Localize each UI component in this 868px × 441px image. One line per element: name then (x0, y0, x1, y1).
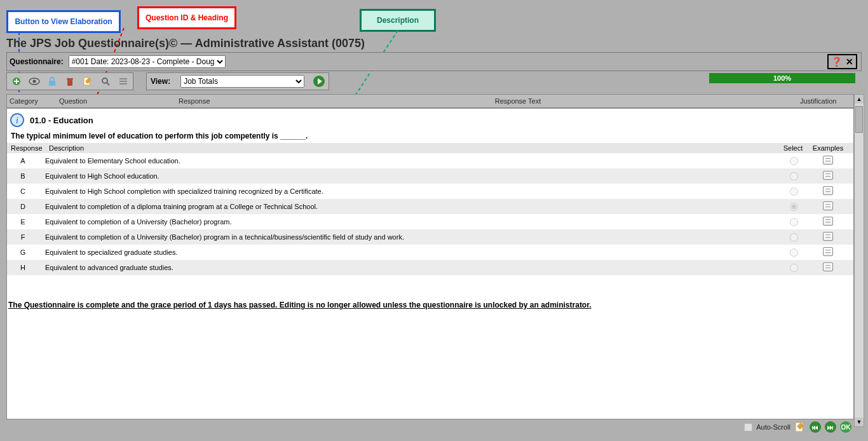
col-question: Question (57, 97, 176, 105)
response-row: FEquivalent to completion of a Universit… (7, 229, 853, 245)
close-icon[interactable]: ✕ (846, 57, 853, 67)
response-row: BEquivalent to High School education. (7, 168, 853, 184)
question-id-heading: 01.0 - Education (26, 114, 97, 126)
resp-hdr-select: Select (777, 144, 809, 152)
questionnaire-select[interactable]: #001 Date: 2023-08-23 - Complete - Doug (69, 55, 226, 68)
response-code: A (7, 157, 39, 165)
svg-line-11 (107, 83, 109, 85)
apply-view-button[interactable] (313, 76, 325, 87)
response-code: G (7, 248, 39, 256)
examples-icon[interactable] (823, 247, 833, 256)
callout-desc: Description (360, 9, 436, 32)
response-code: E (7, 218, 39, 226)
scroll-down-arrow[interactable]: ▼ (855, 417, 864, 426)
questionnaire-label: Questionnaire: (10, 57, 64, 66)
page-title: The JPS Job Questionnaire(s)© — Administ… (6, 37, 365, 50)
svg-rect-14 (119, 83, 127, 85)
response-description: Equivalent to completion of a University… (39, 218, 777, 226)
view-select[interactable]: Job Totals (180, 75, 304, 88)
delete-icon[interactable] (64, 76, 76, 87)
col-justification: Justification (797, 97, 853, 105)
response-table-header: Response Description Select Examples (7, 143, 853, 153)
svg-point-5 (33, 80, 36, 83)
response-description: Equivalent to Elementary School educatio… (39, 157, 777, 165)
auto-scroll-checkbox[interactable] (744, 423, 752, 431)
col-category: Category (7, 97, 57, 105)
ok-button[interactable]: OK (840, 421, 851, 433)
scroll-up-arrow[interactable]: ▲ (855, 95, 864, 104)
toolbar: View: Job Totals 100% (6, 72, 862, 90)
callout-qid: Question ID & Heading (137, 6, 236, 29)
response-description: Equivalent to High School completion wit… (39, 187, 777, 195)
examples-icon[interactable] (823, 232, 833, 241)
response-select-radio[interactable] (790, 187, 798, 196)
svg-rect-7 (67, 79, 72, 86)
footer-edit-icon[interactable] (794, 421, 806, 433)
vertical-scrollbar[interactable]: ▲ ▼ (854, 94, 864, 427)
response-description: Equivalent to High School education. (39, 172, 777, 180)
view-label: View: (151, 77, 170, 86)
svg-rect-6 (49, 81, 55, 86)
resp-hdr-examples: Examples (809, 144, 847, 152)
response-code: H (7, 264, 39, 271)
response-row: CEquivalent to High School completion wi… (7, 184, 853, 199)
response-select-radio[interactable] (790, 172, 798, 180)
action-toolbar-group (6, 72, 133, 90)
svg-rect-13 (119, 81, 127, 82)
search-icon[interactable] (100, 76, 111, 87)
response-row: HEquivalent to advanced graduate studies… (7, 260, 853, 275)
stack-icon[interactable] (118, 76, 129, 87)
response-description: Equivalent to completion of a diploma tr… (39, 203, 777, 210)
questionnaire-locked-message: The Questionnaire is complete and the gr… (7, 275, 853, 311)
window-controls: ❓ ✕ (827, 54, 857, 69)
question-panel: i 01.0 - Education The typical minimum l… (6, 108, 854, 419)
response-code: F (7, 233, 39, 241)
lock-icon[interactable] (46, 76, 58, 87)
next-button[interactable]: ⏭ (825, 421, 836, 433)
response-select-radio[interactable] (790, 203, 798, 211)
response-select-radio[interactable] (790, 218, 798, 226)
response-select-radio[interactable] (790, 248, 798, 257)
svg-rect-12 (119, 78, 127, 79)
examples-icon[interactable] (823, 156, 833, 165)
question-description: The typical minimum level of education t… (7, 130, 853, 143)
response-description: Equivalent to specialized graduate studi… (39, 248, 777, 256)
auto-scroll-toggle[interactable]: Auto-Scroll (742, 421, 790, 433)
view-toolbar-group: View: Job Totals (146, 72, 329, 90)
eye-icon[interactable] (29, 76, 40, 87)
examples-icon[interactable] (823, 201, 833, 210)
scroll-thumb[interactable] (855, 106, 863, 133)
elaboration-info-button[interactable]: i (8, 111, 26, 129)
response-code: B (7, 172, 39, 180)
edit-icon[interactable] (82, 76, 93, 87)
response-code: D (7, 203, 39, 210)
col-response: Response (176, 97, 238, 105)
examples-icon[interactable] (823, 171, 833, 180)
footer-bar: Auto-Scroll ⏮ ⏭ OK (6, 421, 854, 433)
add-icon[interactable] (11, 76, 22, 87)
resp-hdr-response: Response (7, 144, 43, 152)
response-row: GEquivalent to specialized graduate stud… (7, 245, 853, 260)
examples-icon[interactable] (823, 217, 833, 226)
callout-elaboration: Button to View Elaboration (6, 10, 121, 33)
grid-columns-header: Category Question Response Response Text… (6, 94, 854, 108)
auto-scroll-label: Auto-Scroll (756, 423, 790, 431)
response-select-radio[interactable] (790, 264, 798, 272)
response-row: EEquivalent to completion of a Universit… (7, 214, 853, 229)
questionnaire-filter-bar: Questionnaire: #001 Date: 2023-08-23 - C… (6, 52, 862, 71)
examples-icon[interactable] (823, 186, 833, 195)
question-header-row: i 01.0 - Education (7, 109, 853, 130)
help-icon[interactable]: ❓ (831, 57, 842, 67)
response-row: AEquivalent to Elementary School educati… (7, 153, 853, 168)
response-description: Equivalent to completion of a University… (39, 233, 777, 241)
response-row: DEquivalent to completion of a diploma t… (7, 199, 853, 214)
response-description: Equivalent to advanced graduate studies. (39, 264, 777, 271)
examples-icon[interactable] (823, 262, 833, 271)
progress-bar: 100% (709, 73, 855, 83)
response-code: C (7, 187, 39, 195)
response-select-radio[interactable] (790, 157, 798, 165)
svg-point-10 (102, 78, 107, 83)
prev-button[interactable]: ⏮ (810, 421, 821, 433)
col-response-text: Response Text (238, 97, 797, 105)
response-select-radio[interactable] (790, 233, 798, 241)
